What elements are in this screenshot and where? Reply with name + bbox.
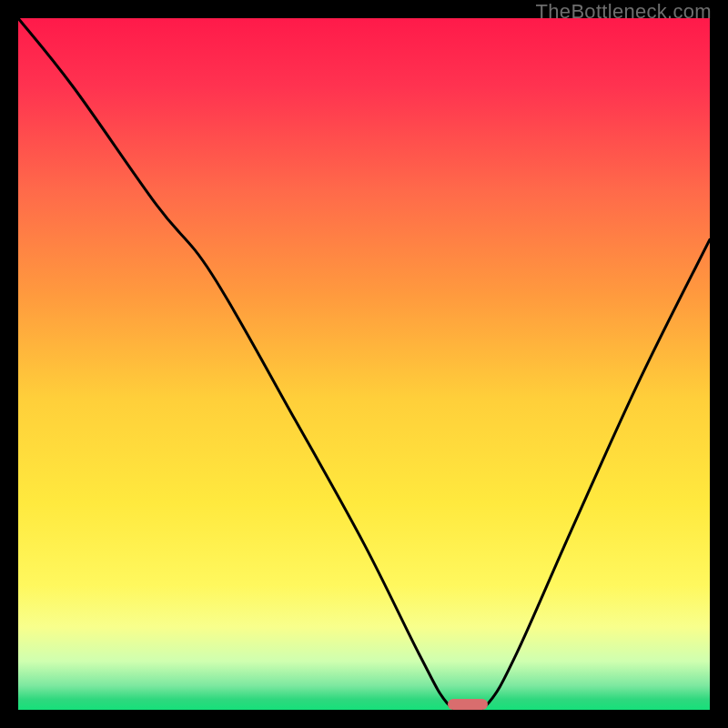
plot-area: [18, 18, 710, 710]
watermark-text: TheBottleneck.com: [536, 0, 712, 24]
optimal-marker: [448, 699, 488, 710]
chart-container: TheBottleneck.com: [0, 0, 728, 728]
gradient-background: [18, 18, 710, 710]
bottleneck-chart: [18, 18, 710, 710]
